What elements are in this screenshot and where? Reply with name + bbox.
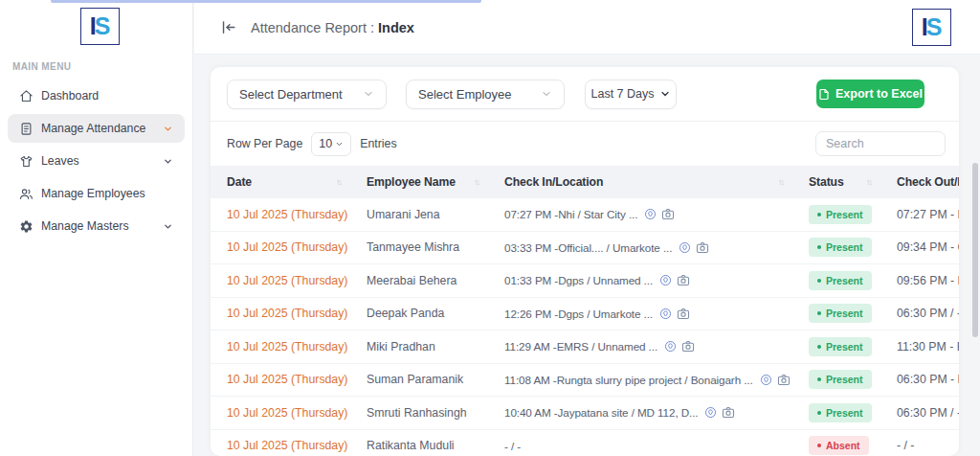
- location-pin-icon[interactable]: [704, 406, 717, 419]
- location-pin-icon[interactable]: [760, 374, 772, 386]
- status-badge: Absent: [809, 436, 869, 455]
- search-input[interactable]: [815, 131, 946, 156]
- sidebar-item-label: Manage Attendance: [41, 122, 145, 135]
- column-header[interactable]: Status↑↓: [791, 166, 880, 198]
- chevron-down-icon: [335, 140, 344, 148]
- column-header[interactable]: Date↑↓: [211, 166, 349, 198]
- column-header[interactable]: Check In/Location↑↓: [487, 166, 791, 198]
- checkout-cell: 11:30 PM - E: [880, 340, 959, 353]
- chevron-down-icon: [541, 88, 552, 100]
- camera-icon[interactable]: [677, 274, 690, 286]
- gear-icon: [19, 219, 34, 234]
- chevron-down-icon: [163, 221, 173, 232]
- status-cell: Present: [791, 304, 880, 323]
- employee-name-cell: Miki Pradhan: [349, 340, 487, 353]
- table-row: 10 Jul 2025 (Thursday)Umarani Jena07:27 …: [211, 198, 959, 232]
- employee-select[interactable]: Select Employee: [406, 80, 565, 109]
- status-badge: Present: [809, 304, 872, 323]
- camera-icon[interactable]: [677, 308, 690, 320]
- employee-name-cell: Tanmayee Mishra: [349, 240, 487, 254]
- employee-name-cell: Umarani Jena: [349, 208, 487, 221]
- status-badge: Present: [809, 205, 872, 224]
- table-row: 10 Jul 2025 (Thursday)Suman Paramanik11:…: [211, 364, 959, 398]
- table-row: 10 Jul 2025 (Thursday)Tanmayee Mishra03:…: [211, 232, 959, 265]
- status-badge: Present: [809, 370, 872, 389]
- scrollbar-thumb[interactable]: [972, 163, 978, 337]
- checkout-cell: 06:30 PM / -: [880, 307, 959, 320]
- date-cell: 10 Jul 2025 (Thursday): [211, 240, 349, 254]
- location-pin-icon[interactable]: [644, 208, 657, 220]
- sidebar-item-manage-employees[interactable]: Manage Employees: [8, 179, 185, 208]
- status-cell: Present: [791, 271, 880, 290]
- employee-name-cell: Smruti Ranhasingh: [349, 406, 487, 420]
- camera-icon[interactable]: [777, 374, 791, 386]
- employee-name-cell: Meerabai Behera: [349, 274, 487, 287]
- status-cell: Absent: [791, 436, 880, 455]
- status-cell: Present: [791, 337, 880, 356]
- camera-icon[interactable]: [696, 241, 709, 254]
- sort-icon[interactable]: ↑↓: [866, 177, 871, 187]
- checkin-cell: 01:33 PM -Dgps / Unnamed ...: [487, 274, 791, 286]
- date-cell: 10 Jul 2025 (Thursday): [211, 373, 349, 386]
- status-badge: Present: [809, 271, 872, 290]
- column-header[interactable]: Employee Name↑↓: [349, 166, 487, 198]
- table-header: Date↑↓Employee Name↑↓Check In/Location↑↓…: [211, 166, 959, 198]
- employee-name-cell: Suman Paramanik: [349, 373, 487, 386]
- date-cell: 10 Jul 2025 (Thursday): [211, 340, 349, 353]
- status-cell: Present: [791, 403, 880, 422]
- sidebar-item-label: Leaves: [41, 154, 79, 168]
- topbar: Attendance Report : Index IS: [194, 0, 980, 55]
- checkin-cell: 11:08 AM -Rungta slurry pipe project / B…: [487, 374, 791, 386]
- table-row: 10 Jul 2025 (Thursday)Deepak Panda12:26 …: [211, 298, 959, 331]
- checkin-cell: 12:26 PM -Dgps / Umarkote ...: [487, 308, 791, 320]
- camera-icon[interactable]: [722, 406, 735, 419]
- date-cell: 10 Jul 2025 (Thursday): [211, 307, 349, 320]
- location-pin-icon[interactable]: [679, 241, 691, 254]
- location-pin-icon[interactable]: [659, 308, 672, 320]
- column-header[interactable]: Check Out/L: [880, 166, 959, 198]
- sidebar-item-manage-masters[interactable]: Manage Masters: [8, 212, 185, 240]
- department-select[interactable]: Select Department: [227, 80, 387, 109]
- date-cell: 10 Jul 2025 (Thursday): [211, 439, 349, 452]
- app-logo[interactable]: IS: [80, 8, 120, 45]
- sidebar-item-dashboard[interactable]: Dashboard: [8, 81, 185, 110]
- sidebar: IS MAIN MENU DashboardManage AttendanceL…: [0, 0, 193, 456]
- sort-icon[interactable]: ↑↓: [474, 177, 479, 187]
- shirt-icon: [19, 154, 34, 169]
- sidebar-collapse-icon[interactable]: [220, 19, 236, 35]
- entries-label: Entries: [360, 137, 396, 150]
- chevron-down-icon: [163, 156, 173, 167]
- camera-icon[interactable]: [681, 340, 695, 353]
- sort-icon[interactable]: ↑↓: [336, 177, 341, 187]
- checkout-cell: 06:30 PM / -: [880, 406, 959, 420]
- file-icon: [818, 88, 830, 101]
- location-pin-icon[interactable]: [664, 340, 677, 353]
- page-title: Attendance Report : Index: [251, 20, 414, 35]
- sidebar-item-label: Manage Masters: [41, 219, 129, 233]
- checkin-cell: - / -: [487, 440, 791, 452]
- row-per-page-select[interactable]: 10: [311, 132, 351, 156]
- camera-icon[interactable]: [661, 208, 675, 220]
- checkout-cell: 07:27 PM - N: [880, 208, 959, 221]
- checkin-cell: 11:29 AM -EMRS / Unnamed ...: [487, 340, 791, 353]
- app-logo-right[interactable]: IS: [912, 9, 951, 46]
- status-badge: Present: [809, 238, 872, 257]
- table-controls: Row Per Page 10 Entries: [211, 122, 959, 166]
- status-badge: Present: [809, 403, 872, 422]
- employee-name-cell: Ratikanta Muduli: [349, 439, 487, 452]
- sort-icon[interactable]: ↑↓: [778, 177, 783, 187]
- export-to-excel-button[interactable]: Export to Excel: [816, 80, 924, 108]
- date-range-select[interactable]: Last 7 Days: [585, 80, 677, 109]
- home-icon: [19, 89, 34, 103]
- status-badge: Present: [809, 337, 872, 356]
- sidebar-item-manage-attendance[interactable]: Manage Attendance: [8, 114, 185, 143]
- sidebar-item-label: Manage Employees: [41, 187, 145, 200]
- status-cell: Present: [791, 238, 880, 257]
- row-per-page-label: Row Per Page: [227, 137, 302, 150]
- sidebar-item-leaves[interactable]: Leaves: [8, 147, 185, 175]
- status-cell: Present: [791, 205, 880, 224]
- location-pin-icon[interactable]: [659, 274, 672, 286]
- report-card: Select Department Select Employee Last 7…: [211, 67, 959, 456]
- checkout-cell: 06:30 PM - F: [880, 373, 959, 386]
- table-row: 10 Jul 2025 (Thursday)Meerabai Behera01:…: [211, 264, 959, 298]
